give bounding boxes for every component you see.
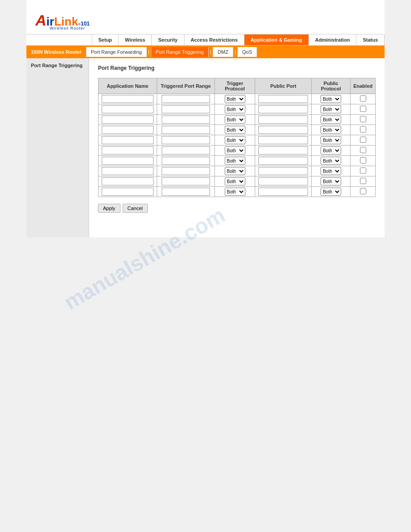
public-port-cell-10 xyxy=(255,187,312,197)
public-protocol-select-9[interactable]: BothTCPUDP xyxy=(321,177,341,185)
app-name-cell-4 xyxy=(98,125,157,135)
enabled-checkbox-2[interactable] xyxy=(360,106,366,112)
public-port-input-6[interactable] xyxy=(258,146,308,154)
public-protocol-select-3[interactable]: BothTCPUDP xyxy=(321,116,341,124)
public-protocol-select-1[interactable]: BothTCPUDP xyxy=(321,95,341,103)
triggered-port-cell-7 xyxy=(157,156,214,166)
app-name-input-6[interactable] xyxy=(102,146,154,154)
nav-status[interactable]: Status xyxy=(356,34,385,45)
subnav-port-range-triggering[interactable]: Port Range Triggering xyxy=(151,47,209,57)
public-protocol-select-5[interactable]: BothTCPUDP xyxy=(321,136,341,144)
triggered-port-input-4[interactable] xyxy=(162,126,210,134)
public-protocol-cell-10: BothTCPUDP xyxy=(312,187,351,197)
trigger-protocol-cell-10: BothTCPUDP xyxy=(214,187,255,197)
enabled-checkbox-4[interactable] xyxy=(360,126,366,133)
app-name-input-1[interactable] xyxy=(102,95,154,103)
enabled-checkbox-5[interactable] xyxy=(360,137,366,143)
public-port-input-7[interactable] xyxy=(258,157,308,165)
trigger-protocol-select-9[interactable]: BothTCPUDP xyxy=(225,177,245,185)
app-name-input-10[interactable] xyxy=(102,188,154,196)
trigger-protocol-select-4[interactable]: BothTCPUDP xyxy=(225,126,245,134)
cancel-button[interactable]: Cancel xyxy=(123,204,148,213)
public-port-input-5[interactable] xyxy=(258,136,308,144)
enabled-cell-8 xyxy=(351,166,376,176)
nav-application-gaming[interactable]: Application & Gaming xyxy=(244,34,309,45)
public-port-input-9[interactable] xyxy=(258,177,308,185)
page-title: Port Range Triggering xyxy=(98,65,376,71)
subnav-qos[interactable]: QoS xyxy=(237,47,257,57)
trigger-protocol-select-6[interactable]: BothTCPUDP xyxy=(225,146,245,154)
triggered-port-input-8[interactable] xyxy=(162,167,210,175)
nav-setup[interactable]: Setup xyxy=(92,34,119,45)
nav-security[interactable]: Security xyxy=(152,34,184,45)
trigger-protocol-select-8[interactable]: BothTCPUDP xyxy=(225,167,245,175)
enabled-checkbox-9[interactable] xyxy=(360,178,366,184)
public-protocol-select-10[interactable]: BothTCPUDP xyxy=(321,188,341,196)
triggered-port-input-5[interactable] xyxy=(162,136,210,144)
table-row: BothTCPUDPBothTCPUDP xyxy=(98,104,376,115)
app-name-input-5[interactable] xyxy=(102,136,154,144)
public-protocol-cell-9: BothTCPUDP xyxy=(312,176,351,187)
main-content: Port Range Triggering Application Name T… xyxy=(89,58,385,237)
app-name-input-4[interactable] xyxy=(102,126,154,134)
triggered-port-input-2[interactable] xyxy=(162,105,210,113)
app-name-input-3[interactable] xyxy=(102,116,154,124)
trigger-protocol-cell-8: BothTCPUDP xyxy=(214,166,255,176)
main-nav: Setup Wireless Security Access Restricti… xyxy=(26,34,385,46)
enabled-checkbox-6[interactable] xyxy=(360,147,366,153)
public-port-cell-4 xyxy=(255,125,312,135)
public-protocol-select-2[interactable]: BothTCPUDP xyxy=(321,105,341,113)
app-name-input-2[interactable] xyxy=(102,105,154,113)
enabled-checkbox-1[interactable] xyxy=(360,95,366,102)
app-name-cell-6 xyxy=(98,146,157,156)
enabled-checkbox-8[interactable] xyxy=(360,167,366,174)
logo-a: A xyxy=(35,13,47,28)
app-name-input-7[interactable] xyxy=(102,157,154,165)
triggered-port-input-9[interactable] xyxy=(162,177,210,185)
public-protocol-select-7[interactable]: BothTCPUDP xyxy=(321,157,341,165)
trigger-protocol-select-10[interactable]: BothTCPUDP xyxy=(225,188,245,196)
enabled-cell-9 xyxy=(351,176,376,187)
app-name-cell-3 xyxy=(98,115,157,125)
col-enabled: Enabled xyxy=(351,78,376,94)
triggered-port-input-1[interactable] xyxy=(162,95,210,103)
triggered-port-cell-1 xyxy=(157,94,214,104)
trigger-protocol-select-5[interactable]: BothTCPUDP xyxy=(225,136,245,144)
public-port-input-3[interactable] xyxy=(258,116,308,124)
trigger-protocol-select-2[interactable]: BothTCPUDP xyxy=(225,105,245,113)
triggered-port-input-3[interactable] xyxy=(162,116,210,124)
trigger-protocol-select-7[interactable]: BothTCPUDP xyxy=(225,157,245,165)
public-port-input-10[interactable] xyxy=(258,188,308,196)
button-bar: Apply Cancel xyxy=(98,204,376,213)
public-protocol-select-8[interactable]: BothTCPUDP xyxy=(321,167,341,175)
nav-administration[interactable]: Administration xyxy=(309,34,357,45)
subnav-dmz[interactable]: DMZ xyxy=(213,47,233,57)
trigger-protocol-select-3[interactable]: BothTCPUDP xyxy=(225,116,245,124)
triggered-port-input-6[interactable] xyxy=(162,146,210,154)
enabled-checkbox-3[interactable] xyxy=(360,116,366,122)
app-name-cell-10 xyxy=(98,187,157,197)
public-port-input-8[interactable] xyxy=(258,167,308,175)
app-name-input-8[interactable] xyxy=(102,167,154,175)
public-port-input-1[interactable] xyxy=(258,95,308,103)
triggered-port-cell-5 xyxy=(157,135,214,146)
public-port-input-4[interactable] xyxy=(258,126,308,134)
subnav-port-range-forwarding[interactable]: Port Range Forwarding xyxy=(86,47,147,57)
table-row: BothTCPUDPBothTCPUDP xyxy=(98,115,376,125)
trigger-protocol-cell-2: BothTCPUDP xyxy=(214,104,255,115)
triggered-port-input-7[interactable] xyxy=(162,157,210,165)
public-protocol-select-6[interactable]: BothTCPUDP xyxy=(321,146,341,154)
enabled-checkbox-7[interactable] xyxy=(360,157,366,163)
public-port-input-2[interactable] xyxy=(258,105,308,113)
enabled-checkbox-10[interactable] xyxy=(360,188,366,194)
app-name-input-9[interactable] xyxy=(102,177,154,185)
nav-wireless[interactable]: Wireless xyxy=(119,34,152,45)
public-protocol-cell-3: BothTCPUDP xyxy=(312,115,351,125)
trigger-protocol-select-1[interactable]: BothTCPUDP xyxy=(225,95,245,103)
col-public-protocol: Public Protocol xyxy=(312,78,351,94)
triggered-port-input-10[interactable] xyxy=(162,188,210,196)
public-protocol-select-4[interactable]: BothTCPUDP xyxy=(321,126,341,134)
table-row: BothTCPUDPBothTCPUDP xyxy=(98,125,376,135)
apply-button[interactable]: Apply xyxy=(98,204,120,213)
nav-access-restrictions[interactable]: Access Restrictions xyxy=(184,34,244,45)
